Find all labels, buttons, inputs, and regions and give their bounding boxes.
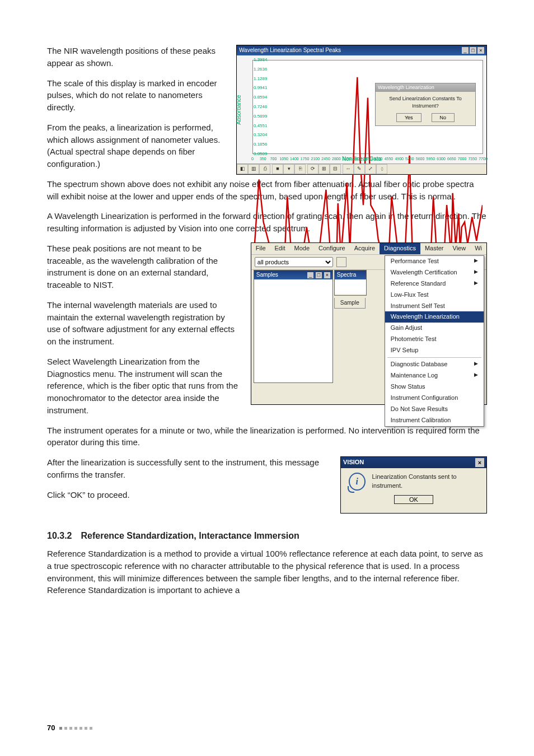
menu-item[interactable]: Do Not Save Results [385, 404, 484, 415]
toolbar-icon[interactable]: ⎘ [294, 164, 306, 174]
y-tick: 1.2636 [254, 66, 485, 73]
menu-master[interactable]: Master [420, 243, 448, 254]
close-icon[interactable]: × [477, 47, 484, 54]
paragraph: The NIR wavelength positions of these pe… [47, 45, 226, 69]
y-tick: 0.3204 [254, 132, 485, 139]
menu-wi[interactable]: Wi [470, 243, 486, 254]
toolbar-icon[interactable]: ⤢ [365, 164, 376, 174]
paragraph: From the peaks, a linearization is perfo… [47, 122, 226, 170]
y-axis-label: Absorbance [235, 95, 243, 124]
paragraph: The internal wavelength materials are us… [47, 299, 241, 348]
menu-edit[interactable]: Edit [270, 243, 290, 254]
menu-item[interactable]: Gain Adjust [385, 323, 484, 334]
paragraph: These peak positions are not meant to be… [47, 242, 241, 291]
minimize-icon[interactable]: _ [307, 272, 313, 278]
ok-button[interactable]: OK [394, 495, 433, 504]
menu-item[interactable]: Instrument Calibration [385, 415, 484, 426]
chevron-right-icon: ▶ [474, 279, 478, 288]
menu-item[interactable]: Instrument Self Test [385, 301, 484, 312]
menu-item[interactable]: Wavelength Certification▶ [385, 267, 484, 278]
y-tick: 1.3984 [254, 57, 485, 63]
vision-dialog: VISION × i Linearization Constants sent … [340, 456, 487, 514]
samples-panel: Samples _ □ × [254, 270, 333, 383]
toolbar-icon[interactable]: ✎ [354, 164, 365, 174]
menu-item[interactable]: Reference Standard▶ [385, 278, 484, 290]
toolbar-icon[interactable]: ▥ [248, 164, 259, 174]
menu-item[interactable]: Diagnostic Database▶ [385, 359, 484, 370]
section-title: Reference Standardization, Interactance … [81, 531, 299, 540]
spectra-panel: Spectra [334, 270, 367, 296]
maximize-icon[interactable]: □ [470, 47, 476, 54]
section-number: 10.3.2 [47, 531, 72, 540]
y-tick: 0.8594 [254, 94, 485, 101]
chevron-right-icon: ▶ [474, 257, 478, 266]
toolbar-icon[interactable]: ⟳ [307, 164, 318, 174]
dialog-message: Linearization Constants sent to instrume… [372, 473, 479, 491]
panel-title: Samples [256, 271, 278, 279]
toolbar-icon[interactable]: ⊞ [318, 164, 330, 174]
paragraph: The instrument operates for a minute or … [47, 424, 487, 449]
diagnostics-menu: Performance Test▶Wavelength Certificatio… [385, 255, 484, 427]
paragraph: Click “OK” to proceed. [47, 489, 327, 501]
toolbar-icon[interactable]: ↔ [343, 164, 354, 174]
y-tick: 0.9941 [254, 85, 485, 92]
info-icon: i [349, 473, 366, 491]
toolbar-icon[interactable]: ▾ [283, 164, 294, 174]
menu-item[interactable]: Wavelength Linearization [385, 311, 484, 323]
vision-app-screenshot: FileEditModeConfigureAcquireDiagnosticsM… [251, 242, 487, 405]
minimize-icon[interactable]: _ [462, 47, 469, 54]
toolbar-icon[interactable]: ⎀ [376, 164, 387, 174]
chevron-right-icon: ▶ [474, 268, 478, 277]
paragraph: Reference Standardization is a method to… [47, 548, 487, 596]
menu-item[interactable]: Performance Test▶ [385, 256, 484, 267]
section-heading: 10.3.2Reference Standardization, Interac… [47, 529, 487, 542]
paragraph: After the linearization is successfully … [47, 456, 327, 481]
menu-item[interactable]: Photometric Test [385, 334, 484, 345]
footer-dots [59, 727, 92, 730]
spectral-peaks-window: Wavelength Linearization Spectral Peaks … [236, 45, 487, 175]
y-tick: 0.4551 [254, 123, 485, 129]
new-document-icon[interactable] [336, 257, 346, 267]
chevron-right-icon: ▶ [474, 371, 478, 380]
x-axis-label: Non-linear Data [237, 155, 486, 164]
menu-view[interactable]: View [448, 243, 471, 254]
close-icon[interactable]: × [475, 458, 484, 467]
menu-item[interactable]: Show Status [385, 381, 484, 393]
paragraph: The scale of this display is marked in e… [47, 77, 226, 114]
dialog-title: VISION [343, 458, 364, 467]
page-footer: 70 [47, 723, 92, 734]
y-tick: 0.5899 [254, 113, 485, 120]
y-tick: 0.7246 [254, 104, 485, 110]
menu-acquire[interactable]: Acquire [350, 243, 380, 254]
page-number: 70 [47, 723, 55, 734]
sample-tab[interactable]: Sample [334, 298, 366, 309]
toolbar-icon[interactable]: ⊟ [330, 164, 341, 174]
chart-toolbar: ◧ ▥ ⎙ ■ ▾ ⎘ ⟳ ⊞ ⊟ ↔ ✎ ⤢ ⎀ [237, 164, 486, 174]
menu-item[interactable]: IPV Setup [385, 345, 484, 356]
close-icon[interactable]: × [324, 272, 330, 278]
menu-diagnostics[interactable]: Diagnostics [380, 243, 420, 254]
product-select[interactable]: all products [255, 257, 333, 267]
menu-file[interactable]: File [251, 243, 270, 254]
menu-item[interactable]: Instrument Configuration [385, 393, 484, 404]
toolbar-icon[interactable]: ■ [272, 164, 283, 174]
paragraph: Select Wavelength Linearization from the… [47, 356, 241, 417]
menu-mode[interactable]: Mode [290, 243, 315, 254]
window-titlebar: Wavelength Linearization Spectral Peaks … [237, 45, 486, 55]
menu-item[interactable]: Low-Flux Test [385, 290, 484, 301]
panel-title: Spectra [337, 271, 356, 279]
menu-item[interactable]: Maintenance Log▶ [385, 370, 484, 381]
window-title: Wavelength Linearization Spectral Peaks [239, 46, 341, 55]
print-icon[interactable]: ⎙ [259, 164, 270, 174]
maximize-icon[interactable]: □ [316, 272, 322, 278]
menu-configure[interactable]: Configure [314, 243, 350, 254]
y-tick: 0.1856 [254, 141, 485, 148]
chevron-right-icon: ▶ [474, 360, 478, 369]
toolbar-icon[interactable]: ◧ [237, 164, 248, 174]
menubar: FileEditModeConfigureAcquireDiagnosticsM… [251, 243, 486, 255]
y-tick: 1.1289 [254, 76, 485, 82]
